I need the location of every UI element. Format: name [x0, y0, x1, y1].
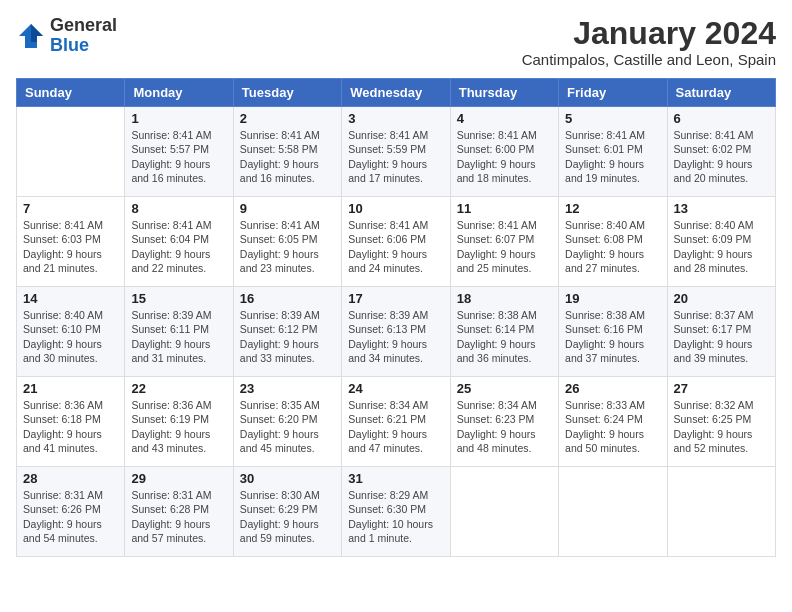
calendar-cell: 12Sunrise: 8:40 AMSunset: 6:08 PMDayligh… [559, 197, 667, 287]
calendar-cell: 30Sunrise: 8:30 AMSunset: 6:29 PMDayligh… [233, 467, 341, 557]
calendar-cell: 13Sunrise: 8:40 AMSunset: 6:09 PMDayligh… [667, 197, 775, 287]
day-number: 6 [674, 111, 769, 126]
day-info: Sunrise: 8:39 AMSunset: 6:13 PMDaylight:… [348, 308, 443, 365]
day-info: Sunrise: 8:39 AMSunset: 6:11 PMDaylight:… [131, 308, 226, 365]
calendar-header-row: SundayMondayTuesdayWednesdayThursdayFrid… [17, 79, 776, 107]
calendar-cell: 2Sunrise: 8:41 AMSunset: 5:58 PMDaylight… [233, 107, 341, 197]
calendar-cell: 15Sunrise: 8:39 AMSunset: 6:11 PMDayligh… [125, 287, 233, 377]
day-info: Sunrise: 8:41 AMSunset: 6:00 PMDaylight:… [457, 128, 552, 185]
calendar-cell: 5Sunrise: 8:41 AMSunset: 6:01 PMDaylight… [559, 107, 667, 197]
calendar-cell: 23Sunrise: 8:35 AMSunset: 6:20 PMDayligh… [233, 377, 341, 467]
header-tuesday: Tuesday [233, 79, 341, 107]
calendar-cell: 18Sunrise: 8:38 AMSunset: 6:14 PMDayligh… [450, 287, 558, 377]
day-info: Sunrise: 8:41 AMSunset: 6:03 PMDaylight:… [23, 218, 118, 275]
day-info: Sunrise: 8:34 AMSunset: 6:23 PMDaylight:… [457, 398, 552, 455]
day-info: Sunrise: 8:29 AMSunset: 6:30 PMDaylight:… [348, 488, 443, 545]
day-info: Sunrise: 8:41 AMSunset: 5:58 PMDaylight:… [240, 128, 335, 185]
calendar-cell: 21Sunrise: 8:36 AMSunset: 6:18 PMDayligh… [17, 377, 125, 467]
header-saturday: Saturday [667, 79, 775, 107]
logo-icon [16, 21, 46, 51]
calendar-week-2: 7Sunrise: 8:41 AMSunset: 6:03 PMDaylight… [17, 197, 776, 287]
location-title: Cantimpalos, Castille and Leon, Spain [522, 51, 776, 68]
calendar-week-3: 14Sunrise: 8:40 AMSunset: 6:10 PMDayligh… [17, 287, 776, 377]
day-number: 5 [565, 111, 660, 126]
header: General Blue January 2024 Cantimpalos, C… [16, 16, 776, 68]
calendar-cell: 11Sunrise: 8:41 AMSunset: 6:07 PMDayligh… [450, 197, 558, 287]
day-info: Sunrise: 8:31 AMSunset: 6:28 PMDaylight:… [131, 488, 226, 545]
calendar-cell: 31Sunrise: 8:29 AMSunset: 6:30 PMDayligh… [342, 467, 450, 557]
header-monday: Monday [125, 79, 233, 107]
calendar-cell: 3Sunrise: 8:41 AMSunset: 5:59 PMDaylight… [342, 107, 450, 197]
calendar-cell: 10Sunrise: 8:41 AMSunset: 6:06 PMDayligh… [342, 197, 450, 287]
svg-marker-1 [31, 24, 43, 42]
day-info: Sunrise: 8:36 AMSunset: 6:19 PMDaylight:… [131, 398, 226, 455]
calendar-cell: 7Sunrise: 8:41 AMSunset: 6:03 PMDaylight… [17, 197, 125, 287]
day-number: 9 [240, 201, 335, 216]
day-info: Sunrise: 8:36 AMSunset: 6:18 PMDaylight:… [23, 398, 118, 455]
day-info: Sunrise: 8:38 AMSunset: 6:14 PMDaylight:… [457, 308, 552, 365]
day-number: 28 [23, 471, 118, 486]
day-info: Sunrise: 8:30 AMSunset: 6:29 PMDaylight:… [240, 488, 335, 545]
day-info: Sunrise: 8:37 AMSunset: 6:17 PMDaylight:… [674, 308, 769, 365]
day-number: 25 [457, 381, 552, 396]
title-section: January 2024 Cantimpalos, Castille and L… [522, 16, 776, 68]
header-friday: Friday [559, 79, 667, 107]
day-info: Sunrise: 8:40 AMSunset: 6:09 PMDaylight:… [674, 218, 769, 275]
calendar-cell: 14Sunrise: 8:40 AMSunset: 6:10 PMDayligh… [17, 287, 125, 377]
day-number: 14 [23, 291, 118, 306]
calendar-cell: 4Sunrise: 8:41 AMSunset: 6:00 PMDaylight… [450, 107, 558, 197]
calendar-cell: 6Sunrise: 8:41 AMSunset: 6:02 PMDaylight… [667, 107, 775, 197]
day-info: Sunrise: 8:39 AMSunset: 6:12 PMDaylight:… [240, 308, 335, 365]
day-number: 4 [457, 111, 552, 126]
day-info: Sunrise: 8:41 AMSunset: 6:06 PMDaylight:… [348, 218, 443, 275]
day-number: 16 [240, 291, 335, 306]
day-info: Sunrise: 8:41 AMSunset: 5:59 PMDaylight:… [348, 128, 443, 185]
day-number: 29 [131, 471, 226, 486]
day-number: 27 [674, 381, 769, 396]
logo: General Blue [16, 16, 117, 56]
calendar-cell: 9Sunrise: 8:41 AMSunset: 6:05 PMDaylight… [233, 197, 341, 287]
day-info: Sunrise: 8:38 AMSunset: 6:16 PMDaylight:… [565, 308, 660, 365]
calendar-cell: 20Sunrise: 8:37 AMSunset: 6:17 PMDayligh… [667, 287, 775, 377]
header-thursday: Thursday [450, 79, 558, 107]
calendar-cell [559, 467, 667, 557]
day-info: Sunrise: 8:41 AMSunset: 6:07 PMDaylight:… [457, 218, 552, 275]
calendar-cell: 8Sunrise: 8:41 AMSunset: 6:04 PMDaylight… [125, 197, 233, 287]
calendar-cell: 24Sunrise: 8:34 AMSunset: 6:21 PMDayligh… [342, 377, 450, 467]
day-info: Sunrise: 8:41 AMSunset: 6:05 PMDaylight:… [240, 218, 335, 275]
day-number: 7 [23, 201, 118, 216]
calendar-cell [667, 467, 775, 557]
day-info: Sunrise: 8:41 AMSunset: 6:02 PMDaylight:… [674, 128, 769, 185]
day-number: 31 [348, 471, 443, 486]
day-number: 11 [457, 201, 552, 216]
day-number: 10 [348, 201, 443, 216]
day-info: Sunrise: 8:41 AMSunset: 5:57 PMDaylight:… [131, 128, 226, 185]
calendar-cell: 1Sunrise: 8:41 AMSunset: 5:57 PMDaylight… [125, 107, 233, 197]
day-number: 21 [23, 381, 118, 396]
day-number: 3 [348, 111, 443, 126]
day-number: 30 [240, 471, 335, 486]
calendar-cell: 17Sunrise: 8:39 AMSunset: 6:13 PMDayligh… [342, 287, 450, 377]
calendar-cell: 26Sunrise: 8:33 AMSunset: 6:24 PMDayligh… [559, 377, 667, 467]
logo-text: General Blue [50, 16, 117, 56]
day-number: 26 [565, 381, 660, 396]
day-number: 15 [131, 291, 226, 306]
month-title: January 2024 [522, 16, 776, 51]
day-number: 13 [674, 201, 769, 216]
calendar-week-5: 28Sunrise: 8:31 AMSunset: 6:26 PMDayligh… [17, 467, 776, 557]
calendar-cell [450, 467, 558, 557]
day-number: 18 [457, 291, 552, 306]
calendar-cell [17, 107, 125, 197]
calendar-cell: 28Sunrise: 8:31 AMSunset: 6:26 PMDayligh… [17, 467, 125, 557]
day-info: Sunrise: 8:41 AMSunset: 6:04 PMDaylight:… [131, 218, 226, 275]
calendar-table: SundayMondayTuesdayWednesdayThursdayFrid… [16, 78, 776, 557]
day-number: 2 [240, 111, 335, 126]
day-info: Sunrise: 8:34 AMSunset: 6:21 PMDaylight:… [348, 398, 443, 455]
calendar-cell: 25Sunrise: 8:34 AMSunset: 6:23 PMDayligh… [450, 377, 558, 467]
day-info: Sunrise: 8:40 AMSunset: 6:08 PMDaylight:… [565, 218, 660, 275]
day-number: 23 [240, 381, 335, 396]
day-info: Sunrise: 8:32 AMSunset: 6:25 PMDaylight:… [674, 398, 769, 455]
day-number: 1 [131, 111, 226, 126]
day-number: 24 [348, 381, 443, 396]
calendar-cell: 22Sunrise: 8:36 AMSunset: 6:19 PMDayligh… [125, 377, 233, 467]
